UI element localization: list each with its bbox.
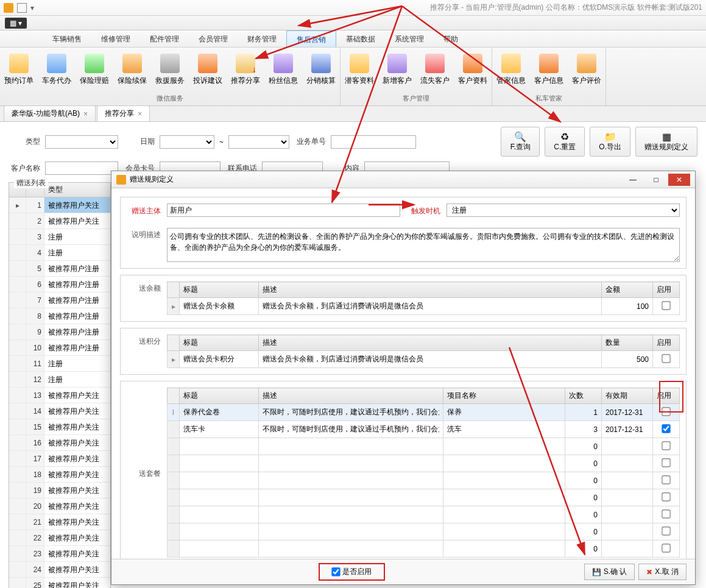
cell-times[interactable] bbox=[565, 472, 601, 489]
list-item[interactable]: 3注册 bbox=[9, 229, 110, 245]
cell-amount[interactable] bbox=[602, 298, 652, 314]
menu-item[interactable]: 基础数据 bbox=[336, 30, 385, 47]
table-row[interactable] bbox=[168, 472, 680, 489]
list-item[interactable]: 11注册 bbox=[9, 356, 110, 372]
cell-title[interactable] bbox=[180, 298, 258, 314]
list-item[interactable]: 21被推荐用户关注 bbox=[9, 514, 110, 530]
ribbon-button[interactable]: 救援服务 bbox=[151, 50, 189, 86]
ribbon-button[interactable]: 车务代办 bbox=[38, 50, 76, 86]
ribbon-button[interactable]: 流失客户 bbox=[416, 50, 454, 86]
export-button[interactable]: 📁O.导出 bbox=[590, 127, 630, 157]
tab-close-icon[interactable]: × bbox=[83, 110, 88, 118]
list-item[interactable]: 14被推荐用户关注 bbox=[9, 403, 110, 419]
ok-button[interactable]: 💾S.确 认 bbox=[584, 564, 635, 580]
query-button[interactable]: 🔍F.查询 bbox=[501, 127, 540, 157]
quick-menu-button[interactable]: ▦ ▾ bbox=[5, 18, 27, 29]
cell-times[interactable] bbox=[565, 404, 601, 420]
ribbon-button[interactable]: 推荐分享 bbox=[227, 50, 264, 86]
cell-enable-checkbox[interactable] bbox=[662, 526, 670, 535]
list-item[interactable]: 12注册 bbox=[9, 372, 110, 388]
table-row[interactable] bbox=[168, 540, 680, 558]
list-item[interactable]: 19被推荐用户关注 bbox=[9, 483, 110, 498]
cell-title[interactable] bbox=[180, 506, 258, 523]
cell-desc[interactable] bbox=[259, 523, 443, 540]
tab-close-icon[interactable]: × bbox=[138, 110, 142, 118]
reset-button[interactable]: ♻C.重置 bbox=[545, 127, 585, 157]
cell-desc[interactable] bbox=[259, 455, 443, 472]
cell-title[interactable] bbox=[180, 455, 258, 472]
cell-valid[interactable] bbox=[602, 421, 652, 437]
menu-item[interactable]: 售后营销 bbox=[286, 30, 336, 47]
cell-title[interactable] bbox=[180, 523, 258, 540]
table-row[interactable] bbox=[168, 455, 680, 472]
ribbon-button[interactable]: 预约订单 bbox=[0, 50, 38, 86]
cell-title[interactable] bbox=[180, 421, 258, 437]
list-item[interactable]: 24被推荐用户关注 bbox=[9, 562, 110, 578]
cell-desc[interactable] bbox=[259, 472, 443, 489]
menu-item[interactable]: 会员管理 bbox=[189, 30, 238, 47]
table-row[interactable]: I bbox=[168, 404, 680, 421]
list-item[interactable]: 18被推荐用户关注 bbox=[9, 467, 110, 483]
table-row[interactable] bbox=[168, 421, 680, 438]
menu-item[interactable]: 帮助 bbox=[434, 30, 468, 47]
list-item[interactable]: 20被推荐用户关注 bbox=[9, 498, 110, 514]
list-item[interactable]: 8被推荐用户注册 bbox=[9, 308, 110, 324]
cell-valid[interactable] bbox=[602, 472, 652, 489]
document-tab[interactable]: 推荐分享× bbox=[97, 105, 150, 121]
cell-valid[interactable] bbox=[602, 523, 652, 540]
cell-valid[interactable] bbox=[602, 438, 652, 455]
list-item[interactable]: 23被推荐用户关注 bbox=[9, 546, 110, 562]
cell-valid[interactable] bbox=[602, 540, 652, 557]
list-item[interactable]: 16被推荐用户关注 bbox=[9, 435, 110, 451]
table-row[interactable]: ▸ bbox=[168, 298, 680, 315]
cell-item[interactable] bbox=[443, 523, 565, 540]
cancel-button[interactable]: ✖X.取 消 bbox=[638, 564, 687, 580]
ribbon-button[interactable]: 客户资料 bbox=[454, 50, 492, 86]
cell-title[interactable] bbox=[180, 489, 258, 506]
ribbon-button[interactable]: 潜客资料 bbox=[341, 50, 378, 86]
rule-button[interactable]: ▦赠送规则定义 bbox=[635, 127, 697, 157]
list-item[interactable]: 4注册 bbox=[9, 245, 110, 261]
menu-item[interactable]: 维修管理 bbox=[91, 30, 140, 47]
menu-item[interactable]: 车辆销售 bbox=[43, 30, 91, 47]
enable-all-checkbox[interactable] bbox=[332, 567, 341, 576]
table-row[interactable] bbox=[168, 489, 680, 506]
list-item[interactable]: 10被推荐用户注册 bbox=[9, 340, 110, 356]
list-item[interactable]: 17被推荐用户关注 bbox=[9, 451, 110, 467]
cell-item[interactable] bbox=[443, 404, 565, 420]
cell-enable-checkbox[interactable] bbox=[662, 301, 670, 310]
cell-enable-checkbox[interactable] bbox=[662, 407, 670, 416]
bizno-input[interactable] bbox=[331, 135, 416, 149]
menu-item[interactable]: 财务管理 bbox=[238, 30, 286, 47]
menu-item[interactable]: 配件管理 bbox=[140, 30, 189, 47]
cell-valid[interactable] bbox=[602, 489, 652, 506]
dropdown-icon[interactable]: ▾ bbox=[30, 4, 34, 12]
list-item[interactable]: 13被推荐用户关注 bbox=[9, 388, 110, 403]
cell-qty[interactable] bbox=[602, 351, 652, 367]
cell-title[interactable] bbox=[180, 472, 258, 489]
list-item[interactable]: 2被推荐用户关注 bbox=[9, 213, 110, 229]
cell-enable-checkbox[interactable] bbox=[662, 475, 670, 484]
cell-valid[interactable] bbox=[602, 506, 652, 523]
cell-enable-checkbox[interactable] bbox=[662, 458, 670, 467]
table-row[interactable] bbox=[168, 438, 680, 455]
cell-item[interactable] bbox=[443, 455, 565, 472]
cell-title[interactable] bbox=[180, 438, 258, 455]
cell-desc[interactable] bbox=[259, 489, 443, 506]
cell-times[interactable] bbox=[565, 540, 601, 557]
cell-valid[interactable] bbox=[602, 455, 652, 472]
ribbon-button[interactable]: 管家信息 bbox=[492, 50, 530, 86]
cell-item[interactable] bbox=[443, 540, 565, 557]
ribbon-button[interactable]: 新增客户 bbox=[378, 50, 416, 86]
cell-item[interactable] bbox=[443, 472, 565, 489]
cell-title[interactable] bbox=[180, 351, 258, 367]
cell-enable-checkbox[interactable] bbox=[662, 492, 670, 501]
cell-enable-checkbox[interactable] bbox=[662, 441, 670, 450]
maximize-button[interactable]: □ bbox=[645, 174, 667, 186]
ribbon-button[interactable]: 分销核算 bbox=[302, 50, 340, 86]
cell-times[interactable] bbox=[565, 438, 601, 455]
ribbon-button[interactable]: 粉丝信息 bbox=[264, 50, 302, 86]
cell-desc[interactable] bbox=[259, 298, 601, 314]
table-row[interactable]: ▸ bbox=[168, 351, 680, 368]
ribbon-button[interactable]: 保险理赔 bbox=[76, 50, 113, 86]
